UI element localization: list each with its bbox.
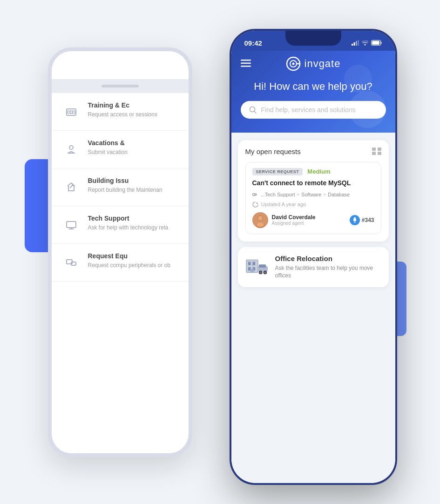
back-notch — [52, 79, 189, 93]
ticket-bell-icon — [350, 215, 360, 225]
svg-point-4 — [69, 146, 73, 149]
path-database: Database — [328, 192, 350, 197]
request-title: Can't connect to remote MySQL — [252, 179, 374, 187]
list-item[interactable]: Training & Ec Request access or sessions — [52, 93, 189, 131]
svg-point-7 — [72, 184, 74, 186]
tech-title: Tech Support — [88, 215, 169, 222]
svg-rect-8 — [67, 222, 76, 228]
scene: Training & Ec Request access or sessions… — [39, 29, 402, 476]
svg-rect-22 — [241, 66, 251, 67]
building-sub: Report building the Maintenan — [88, 186, 162, 194]
svg-rect-43 — [248, 262, 250, 265]
app-content: My open requests SERVICE REQUEST Medium — [231, 133, 395, 483]
equip-title: Request Equ — [88, 252, 170, 260]
path-icon — [252, 191, 259, 198]
status-icons — [352, 40, 382, 46]
ticket-number: #343 — [362, 217, 374, 223]
update-text: Updated A year ago — [261, 202, 306, 207]
relocation-card[interactable]: Office Relocation Ask the facilities tea… — [238, 247, 389, 288]
relocation-subtitle: Ask the facilities team to help you move… — [275, 264, 381, 280]
svg-rect-20 — [241, 60, 251, 61]
svg-point-25 — [292, 62, 294, 65]
app-header: invgate Hi! How can we help you? Find he… — [231, 51, 395, 133]
path-sep-2: » — [323, 192, 326, 197]
phone-notch — [285, 31, 341, 46]
agent-name: David Coverdale — [272, 214, 316, 221]
svg-rect-41 — [354, 217, 356, 218]
phone-back: Training & Ec Request access or sessions… — [48, 47, 192, 457]
list-item[interactable]: Vacations & Submit vacation — [52, 131, 189, 168]
relocation-text: Office Relocation Ask the facilities tea… — [275, 255, 381, 280]
agent-role: Assigned agent — [272, 221, 316, 226]
svg-rect-21 — [241, 62, 251, 64]
update-icon — [252, 202, 258, 208]
svg-rect-49 — [258, 264, 265, 268]
equip-sub: Request compu peripherals or ob — [88, 262, 170, 269]
badge-priority: Medium — [307, 168, 330, 175]
svg-rect-30 — [378, 148, 381, 151]
relocation-title: Office Relocation — [275, 255, 381, 262]
svg-rect-34 — [255, 194, 256, 195]
svg-rect-29 — [372, 148, 376, 151]
path-sep-1: » — [297, 192, 300, 197]
open-requests-title: My open requests — [245, 148, 301, 155]
vacations-sub: Submit vacation — [88, 148, 128, 156]
svg-point-38 — [258, 216, 263, 221]
logo-area: invgate — [286, 56, 341, 71]
request-footer: David Coverdale Assigned agent — [252, 212, 374, 228]
tech-support-icon — [61, 215, 81, 235]
badge-service: SERVICE REQUEST — [252, 168, 303, 175]
equipment-icon — [61, 252, 81, 273]
svg-rect-15 — [356, 41, 357, 46]
list-item[interactable]: Tech Support Ask for help with technolog… — [52, 206, 189, 244]
svg-point-33 — [252, 193, 255, 195]
request-update: Updated A year ago — [252, 202, 374, 208]
svg-rect-19 — [372, 41, 379, 45]
vacations-title: Vacations & — [88, 139, 128, 147]
search-icon — [249, 106, 257, 114]
building-icon — [61, 177, 81, 197]
path-tech: ...Tech Support — [261, 192, 295, 197]
hamburger-button[interactable] — [241, 58, 251, 70]
tech-sub: Ask for help with technology rela — [88, 224, 169, 232]
back-notch-bar — [102, 85, 139, 87]
card-header: My open requests — [245, 148, 381, 155]
svg-rect-0 — [67, 109, 76, 115]
agent-info: David Coverdale Assigned agent — [252, 212, 316, 228]
svg-point-51 — [259, 271, 261, 273]
svg-rect-47 — [250, 269, 254, 272]
svg-point-40 — [354, 221, 355, 222]
svg-rect-31 — [372, 152, 376, 155]
status-bar: 09:42 — [231, 31, 395, 51]
training-title: Training & Ec — [88, 101, 157, 109]
svg-rect-13 — [352, 44, 353, 46]
svg-rect-44 — [252, 262, 255, 265]
svg-point-39 — [257, 222, 264, 227]
relocation-icon — [245, 255, 269, 278]
svg-point-53 — [264, 271, 266, 273]
grid-view-icon[interactable] — [372, 148, 381, 155]
svg-point-17 — [364, 44, 366, 46]
ticket-badge: #343 — [350, 215, 374, 225]
svg-rect-32 — [378, 152, 381, 155]
training-sub: Request access or sessions — [88, 111, 157, 119]
open-requests-card: My open requests SERVICE REQUEST Medium — [238, 140, 389, 242]
status-time: 09:42 — [244, 39, 262, 47]
phone-front: 09:42 — [230, 29, 397, 485]
svg-rect-16 — [358, 40, 359, 46]
agent-avatar — [252, 212, 268, 228]
svg-line-28 — [254, 111, 256, 113]
list-item[interactable]: Request Equ Request compu peripherals or… — [52, 244, 189, 282]
agent-details: David Coverdale Assigned agent — [272, 214, 316, 226]
logo-text: invgate — [305, 58, 341, 70]
vacation-icon — [61, 139, 81, 160]
relocation-card-inner: Office Relocation Ask the facilities tea… — [245, 255, 381, 280]
request-item[interactable]: SERVICE REQUEST Medium Can't connect to … — [245, 162, 381, 234]
path-software: Software — [301, 192, 321, 197]
header-blob-2 — [344, 65, 372, 93]
building-title: Building Issu — [88, 177, 162, 184]
training-icon — [61, 101, 81, 122]
list-item[interactable]: Building Issu Report building the Mainte… — [52, 168, 189, 206]
request-path: ...Tech Support » Software » Database — [252, 191, 374, 198]
search-placeholder: Find help, services and solutions — [261, 106, 356, 114]
